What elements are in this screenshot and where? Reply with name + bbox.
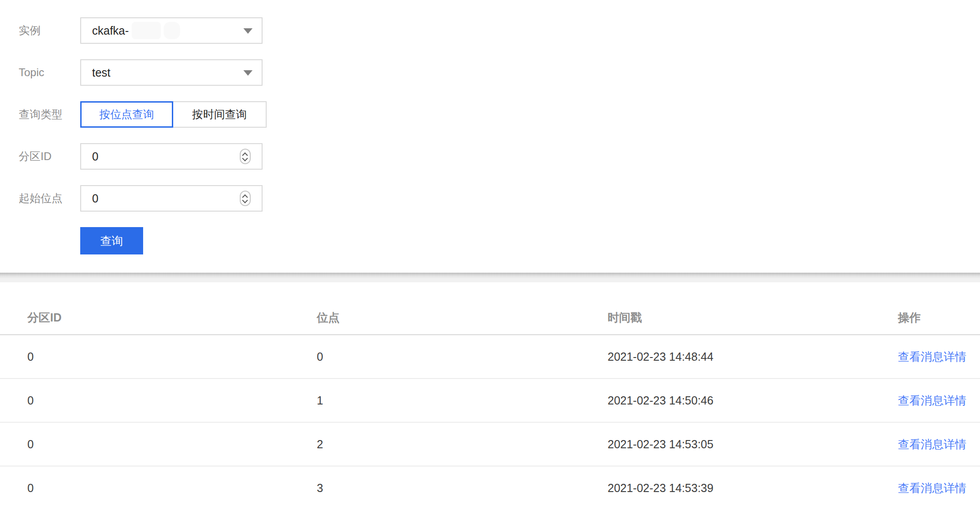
cell-timestamp: 2021-02-23 14:53:05 (608, 438, 898, 451)
col-header-offset: 位点 (317, 310, 608, 325)
stepper-up-icon[interactable] (243, 153, 248, 156)
instance-select[interactable]: ckafka- (80, 17, 263, 44)
stepper-down-icon[interactable] (243, 199, 248, 202)
cell-offset: 2 (317, 438, 608, 451)
cell-partition-id: 0 (27, 394, 317, 407)
cell-timestamp: 2021-02-23 14:50:46 (608, 394, 898, 407)
instance-row: 实例 ckafka- (0, 17, 980, 44)
table-row: 0 2 2021-02-23 14:53:05 查看消息详情 (0, 423, 980, 467)
instance-select-value: ckafka- (92, 22, 180, 39)
query-type-tabs: 按位点查询 按时间查询 (80, 101, 267, 128)
tab-query-by-offset[interactable]: 按位点查询 (80, 101, 173, 128)
cell-offset: 1 (317, 394, 608, 407)
start-offset-input-wrap (80, 185, 263, 212)
start-offset-row: 起始位点 (0, 185, 980, 212)
table-row: 0 0 2021-02-23 14:48:44 查看消息详情 (0, 335, 980, 379)
view-message-details-link[interactable]: 查看消息详情 (898, 438, 966, 451)
chevron-down-icon (243, 28, 253, 34)
cell-timestamp: 2021-02-23 14:53:39 (608, 482, 898, 495)
view-message-details-link[interactable]: 查看消息详情 (898, 394, 966, 407)
col-header-timestamp: 时间戳 (608, 310, 898, 325)
table-row: 0 1 2021-02-23 14:50:46 查看消息详情 (0, 379, 980, 423)
partition-id-input[interactable] (81, 144, 262, 169)
stepper-down-icon[interactable] (243, 157, 248, 160)
col-header-action: 操作 (898, 310, 980, 325)
cell-partition-id: 0 (27, 438, 317, 451)
start-offset-stepper[interactable] (240, 191, 251, 206)
tab-query-by-time[interactable]: 按时间查询 (173, 101, 267, 128)
topic-label: Topic (19, 66, 80, 79)
query-button[interactable]: 查询 (80, 227, 143, 254)
view-message-details-link[interactable]: 查看消息详情 (898, 482, 966, 494)
start-offset-label: 起始位点 (19, 191, 80, 206)
query-type-row: 查询类型 按位点查询 按时间查询 (0, 101, 980, 128)
results-table-card: 分区ID 位点 时间戳 操作 0 0 2021-02-23 14:48:44 查… (0, 282, 980, 508)
cell-offset: 3 (317, 482, 608, 495)
partition-id-input-wrap (80, 143, 263, 170)
view-message-details-link[interactable]: 查看消息详情 (898, 350, 966, 363)
redacted-instance-id (132, 22, 161, 39)
instance-label: 实例 (19, 23, 80, 38)
submit-row: 查询 (0, 227, 980, 254)
redacted-instance-id-2 (164, 22, 180, 39)
section-divider (0, 273, 980, 282)
topic-row: Topic test (0, 59, 980, 86)
cell-partition-id: 0 (27, 482, 317, 495)
topic-select[interactable]: test (80, 59, 263, 86)
chevron-down-icon (243, 70, 253, 76)
partition-id-row: 分区ID (0, 143, 980, 170)
partition-id-label: 分区ID (19, 149, 80, 164)
table-header-row: 分区ID 位点 时间戳 操作 (0, 301, 980, 335)
query-type-label: 查询类型 (19, 107, 80, 122)
topic-select-value: test (92, 66, 110, 79)
cell-timestamp: 2021-02-23 14:48:44 (608, 350, 898, 363)
table-row: 0 3 2021-02-23 14:53:39 查看消息详情 (0, 467, 980, 508)
cell-partition-id: 0 (27, 350, 317, 363)
stepper-up-icon[interactable] (243, 195, 248, 198)
partition-id-stepper[interactable] (240, 149, 251, 164)
cell-offset: 0 (317, 350, 608, 363)
col-header-partition-id: 分区ID (27, 310, 317, 325)
start-offset-input[interactable] (81, 186, 262, 211)
query-form-card: 实例 ckafka- Topic test 查询类型 按位点查询 按时间查询 分… (0, 0, 980, 273)
